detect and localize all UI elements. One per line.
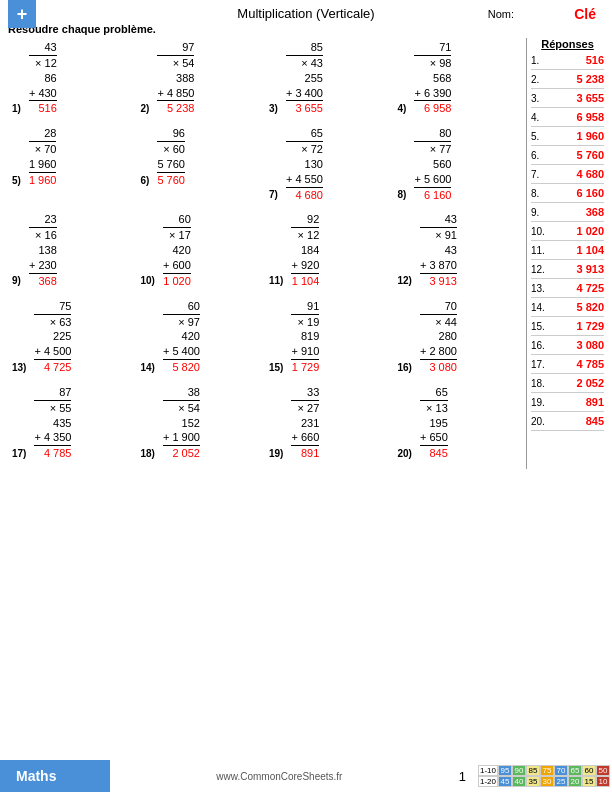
prob-result: 6 160 [414, 187, 451, 203]
prob-mult: × 91 [420, 227, 457, 243]
problem: 7)65× 72130+ 4 5504 680 [265, 124, 394, 204]
score-cell: 45 [498, 776, 512, 787]
page: + Multiplication (Verticale) Nom: Clé Ré… [0, 0, 612, 792]
answer-item: 19.891 [531, 394, 604, 412]
answer-item: 13.4 725 [531, 280, 604, 298]
answer-num: 12. [531, 264, 547, 275]
prob-mult: × 98 [414, 55, 451, 71]
problems-row: 9)23× 16138+ 23036810)60× 17420+ 6001 02… [8, 210, 522, 290]
answer-val: 6 958 [547, 111, 604, 123]
nom-label: Nom: [488, 8, 514, 20]
score-cell: 10 [596, 776, 610, 787]
prob-mult: × 43 [286, 55, 323, 71]
prob-line2: + 5 600 [414, 172, 451, 187]
prob-line1: 819 [291, 329, 319, 344]
problem-table: 60× 17420+ 6001 020 [163, 212, 191, 288]
score-cell: 85 [526, 765, 540, 776]
prob-result: 5 760 [157, 172, 185, 188]
answer-val: 2 052 [547, 377, 604, 389]
answer-num: 10. [531, 226, 547, 237]
prob-result: 516 [29, 100, 57, 116]
prob-top: 91 [291, 299, 319, 314]
problem-table: 97× 54388+ 4 8505 238 [157, 40, 194, 116]
problem-table: 85× 43255+ 3 4003 655 [286, 40, 323, 116]
problem-number: 4) [398, 103, 407, 114]
prob-top: 28 [29, 126, 57, 141]
prob-mult: × 54 [157, 55, 194, 71]
answer-val: 516 [547, 54, 604, 66]
prob-mult: × 44 [420, 314, 457, 330]
prob-line2: + 920 [291, 258, 319, 273]
prob-mult: × 12 [29, 55, 57, 71]
problem: 12)43× 9143+ 3 8703 913 [394, 210, 523, 290]
prob-line2: + 230 [29, 258, 57, 273]
problem: 13)75× 63225+ 4 5004 725 [8, 297, 137, 377]
prob-top: 97 [157, 40, 194, 55]
problem-number: 12) [398, 276, 412, 287]
logo: + [8, 0, 36, 28]
problem: 8)80× 77560+ 5 6006 160 [394, 124, 523, 204]
score-label: 1-10 [478, 765, 498, 776]
prob-line2: + 4 550 [286, 172, 323, 187]
footer-page-number: 1 [449, 760, 476, 792]
problem-number: 7) [269, 190, 278, 201]
answer-val: 6 160 [547, 187, 604, 199]
problem-number: 5) [12, 175, 21, 186]
prob-result: 2 052 [163, 445, 200, 461]
prob-line1: 130 [286, 157, 323, 172]
prob-line2: + 3 400 [286, 86, 323, 101]
problem: 6)96× 605 7605 760 [137, 124, 266, 204]
answer-item: 10.1 020 [531, 223, 604, 241]
problem: 19)33× 27231+ 660891 [265, 383, 394, 463]
problem-table: 91× 19819+ 9101 729 [291, 299, 319, 375]
problem-number: 17) [12, 448, 26, 459]
answer-item: 6.5 760 [531, 147, 604, 165]
answer-val: 5 760 [547, 149, 604, 161]
answer-val: 1 729 [547, 320, 604, 332]
problem: 2)97× 54388+ 4 8505 238 [137, 38, 266, 118]
prob-line2: + 4 500 [34, 344, 71, 359]
answer-val: 891 [547, 396, 604, 408]
prob-result: 891 [291, 445, 319, 461]
prob-line1: 420 [163, 243, 191, 258]
answer-num: 16. [531, 340, 547, 351]
prob-top: 23 [29, 212, 57, 227]
prob-line2: + 2 800 [420, 344, 457, 359]
score-cell: 90 [512, 765, 526, 776]
problem-number: 3) [269, 103, 278, 114]
score-cell: 40 [512, 776, 526, 787]
problem-table: 75× 63225+ 4 5004 725 [34, 299, 71, 375]
prob-line2: + 660 [291, 430, 319, 445]
footer-website: www.CommonCoreSheets.fr [110, 760, 449, 792]
score-cell: 50 [596, 765, 610, 776]
answer-item: 18.2 052 [531, 375, 604, 393]
problem-table: 33× 27231+ 660891 [291, 385, 319, 461]
prob-result: 5 238 [157, 100, 194, 116]
problems-row: 1)43× 1286+ 4305162)97× 54388+ 4 8505 23… [8, 38, 522, 118]
answer-num: 13. [531, 283, 547, 294]
problem-table: 43× 9143+ 3 8703 913 [420, 212, 457, 288]
answer-val: 5 820 [547, 301, 604, 313]
problem-number: 18) [141, 448, 155, 459]
answer-item: 7.4 680 [531, 166, 604, 184]
prob-result: 3 913 [420, 273, 457, 289]
answers-title: Réponses [531, 38, 604, 50]
answer-item: 2.5 238 [531, 71, 604, 89]
problem-number: 8) [398, 190, 407, 201]
answer-val: 1 960 [547, 130, 604, 142]
prob-result: 4 680 [286, 187, 323, 203]
prob-top: 70 [420, 299, 457, 314]
answer-val: 3 913 [547, 263, 604, 275]
answer-num: 19. [531, 397, 547, 408]
prob-mult: × 17 [163, 227, 191, 243]
problem-number: 2) [141, 103, 150, 114]
answer-num: 1. [531, 55, 547, 66]
answer-item: 5.1 960 [531, 128, 604, 146]
score-cell: 75 [540, 765, 554, 776]
problem-table: 38× 54152+ 1 9002 052 [163, 385, 200, 461]
prob-line1: 1 960 [29, 157, 57, 172]
prob-mult: × 16 [29, 227, 57, 243]
problem: 20)65× 13195+ 650845 [394, 383, 523, 463]
problem-table: 92× 12184+ 9201 104 [291, 212, 319, 288]
prob-line2: + 4 850 [157, 86, 194, 101]
